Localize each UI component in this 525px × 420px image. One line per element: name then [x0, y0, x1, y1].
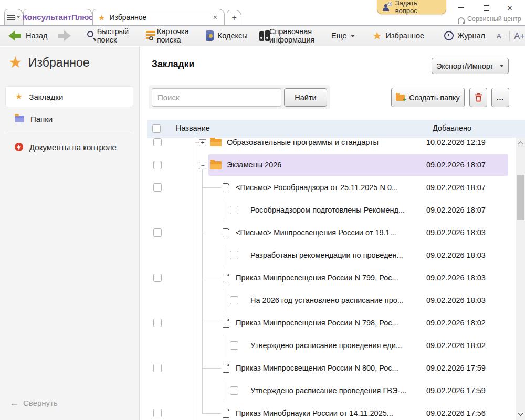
service-center-link[interactable]: Сервисный центр — [458, 15, 523, 23]
star-icon: ★ — [15, 92, 23, 101]
close-button[interactable]: × — [501, 1, 518, 15]
find-button[interactable]: Найти — [284, 88, 327, 107]
collapse-sidebar-button[interactable]: ← Свернуть — [9, 398, 58, 407]
forward-arrow-icon — [57, 32, 71, 40]
table-header: Название Добавлено — [147, 120, 525, 138]
back-label: Назад — [26, 32, 48, 40]
row-date: 09.02.2026 17:59 — [426, 357, 486, 380]
tree-line — [223, 334, 223, 357]
row-checkbox[interactable] — [230, 251, 238, 259]
row-title: Экзамены 2026 — [227, 154, 281, 176]
more-label: Еще — [331, 32, 347, 40]
search-card-button[interactable]: Карточка поиска — [143, 27, 196, 44]
scrollbar-thumb[interactable] — [517, 175, 524, 220]
toolbar: Назад Быстрый поиск Карточка поиска Коде… — [0, 25, 525, 46]
row-checkbox[interactable] — [153, 409, 162, 417]
table-row[interactable]: Рособрнадзором подготовлены Рекоменд...0… — [147, 199, 516, 222]
ask-question-button[interactable]: ? Задать вопрос — [377, 0, 446, 14]
row-checkbox[interactable] — [153, 228, 162, 237]
tab-favorites[interactable]: ★ Избранное × — [92, 9, 225, 25]
row-checkbox[interactable] — [230, 296, 238, 304]
quick-search-button[interactable]: Быстрый поиск — [83, 27, 135, 44]
table-row[interactable]: +Образовательные программы и стандарты10… — [147, 138, 516, 154]
create-folder-button[interactable]: Создать папку — [391, 88, 465, 107]
row-title: Приказ Минпросвещения России N 799, Рос.… — [236, 267, 398, 289]
maximize-button[interactable] — [478, 1, 495, 15]
row-checkbox[interactable] — [153, 274, 162, 282]
plus-icon: + — [232, 13, 236, 23]
table-row[interactable]: Приказ Минпросвещения России N 800, Рос.… — [147, 357, 516, 380]
expand-toggle[interactable]: + — [199, 139, 206, 146]
forward-button[interactable] — [54, 27, 74, 44]
back-button[interactable]: Назад — [5, 27, 51, 44]
tab-consultantplus[interactable]: КонсультантПлюс — [23, 9, 92, 25]
table-row[interactable]: Утверждено расписание проведения ГВЭ-...… — [147, 380, 516, 402]
vertical-scrollbar[interactable] — [516, 138, 525, 420]
favorites-button[interactable]: ★ Избранное — [370, 27, 427, 44]
search-input[interactable] — [152, 88, 281, 107]
row-checkbox[interactable] — [153, 183, 162, 192]
more-menu-button[interactable]: Еще — [328, 27, 358, 44]
service-center-label: Сервисный центр — [467, 15, 521, 23]
row-checkbox[interactable] — [153, 319, 162, 327]
sidebar-divider — [5, 132, 133, 132]
row-checkbox[interactable] — [230, 341, 238, 350]
search-card-label: Карточка поиска — [157, 27, 193, 44]
row-date: 09.02.2026 18:03 — [426, 244, 486, 267]
row-checkbox[interactable] — [153, 138, 162, 146]
scroll-down-icon[interactable] — [518, 411, 523, 416]
minimize-button[interactable] — [453, 1, 469, 15]
table-row[interactable]: Разработаны рекомендации по проведен...0… — [147, 244, 516, 267]
tab-label: Избранное — [109, 13, 207, 22]
row-checkbox[interactable] — [230, 386, 238, 395]
table-row[interactable]: Приказ Минпросвещения России N 798, Рос.… — [147, 312, 516, 334]
star-icon: ★ — [8, 55, 23, 70]
delete-button[interactable] — [469, 88, 487, 107]
row-checkbox[interactable] — [230, 206, 238, 214]
titlebar: КонсультантПлюс ★ Избранное × + ? Задать… — [0, 0, 525, 25]
table-row[interactable]: Утверждено расписание проведения еди...0… — [147, 334, 516, 357]
collapse-label: Свернуть — [23, 398, 58, 407]
search-card-icon — [146, 31, 153, 40]
tree-connector — [202, 413, 221, 414]
export-import-button[interactable]: Экспорт/Импорт — [432, 58, 509, 74]
folder-icon — [210, 161, 222, 169]
chevron-down-icon — [17, 16, 20, 18]
main-menu-button[interactable] — [4, 9, 23, 25]
reference-info-button[interactable]: Справочная информация — [256, 27, 323, 44]
table-row[interactable]: Приказ Минпросвещения России N 799, Рос.… — [147, 267, 516, 289]
table-row[interactable]: Приказ Минобрнауки России от 14.11.2025.… — [147, 402, 516, 420]
new-tab-button[interactable]: + — [227, 10, 242, 25]
tab-close-icon[interactable]: × — [212, 13, 219, 22]
export-import-label: Экспорт/Импорт — [436, 62, 494, 70]
minimize-icon — [458, 7, 464, 8]
document-icon — [223, 364, 229, 373]
more-actions-button[interactable]: … — [491, 88, 509, 107]
row-date: 09.02.2026 18:07 — [426, 154, 486, 176]
table-row[interactable]: На 2026 год установлено расписание про..… — [147, 289, 516, 312]
scroll-up-icon[interactable] — [518, 142, 523, 147]
chevron-down-icon — [351, 35, 355, 37]
table-row[interactable]: <Письмо> Минпросвещения России от 19.1..… — [147, 222, 516, 244]
brand-logo-text: КонсультантПлюс — [23, 13, 93, 22]
select-all-checkbox[interactable] — [152, 124, 161, 133]
document-icon — [223, 274, 229, 282]
journal-button[interactable]: Журнал — [441, 27, 488, 44]
expand-toggle[interactable]: − — [199, 162, 206, 169]
table-row[interactable]: <Письмо> Рособрнадзора от 25.11.2025 N 0… — [147, 176, 516, 199]
tree-line — [223, 199, 223, 222]
tree-line — [223, 289, 223, 312]
tree-connector — [202, 187, 221, 188]
headset-icon — [458, 17, 465, 22]
sidebar-item-folders[interactable]: Папки — [5, 108, 133, 129]
row-checkbox[interactable] — [153, 364, 162, 372]
row-checkbox[interactable] — [153, 161, 162, 169]
folder-icon — [15, 116, 24, 122]
chevron-down-icon — [500, 65, 504, 67]
font-increase-button[interactable]: A+ — [509, 31, 525, 41]
font-decrease-button[interactable]: A− — [492, 32, 509, 40]
table-row[interactable]: −Экзамены 202609.02.2026 18:07 — [147, 154, 516, 176]
codes-button[interactable]: Кодексы — [203, 27, 251, 44]
sidebar-item-bookmarks[interactable]: ★ Закладки — [5, 86, 133, 107]
sidebar-item-documents-on-control[interactable]: Документы на контроле — [5, 136, 133, 158]
